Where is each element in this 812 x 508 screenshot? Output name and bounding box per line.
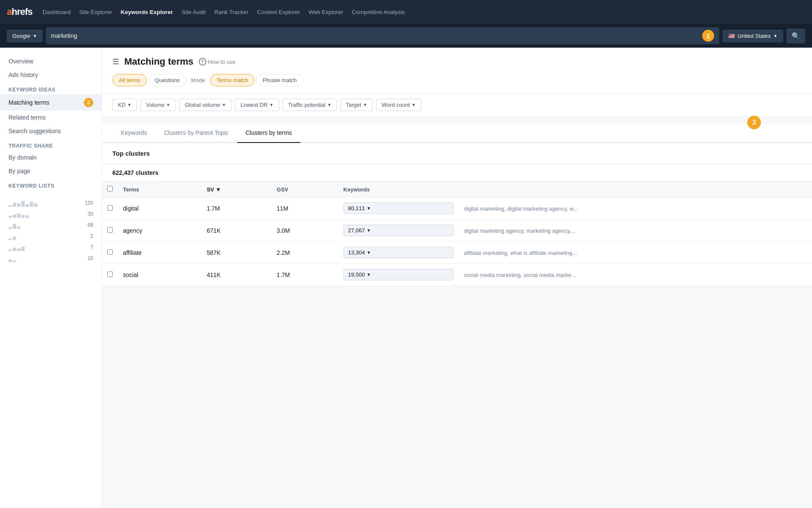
- engine-label: Google: [12, 33, 30, 39]
- bar: [9, 249, 12, 251]
- nav-keywords-explorer[interactable]: Keywords Explorer: [120, 9, 173, 15]
- country-select[interactable]: 🇺🇸 United States ▼: [723, 30, 783, 42]
- kl-bars: [9, 210, 29, 218]
- row-keywords-preview: affiliate marketing, what is affiliate m…: [459, 242, 812, 264]
- filter-lowest-dr[interactable]: Lowest DR ▼: [235, 99, 279, 111]
- tab-clusters-parent[interactable]: Clusters by Parent Topic: [155, 123, 237, 143]
- nav-content-explorer[interactable]: Content Explorer: [257, 9, 300, 15]
- list-item[interactable]: 10: [9, 253, 93, 264]
- bar: [26, 204, 29, 207]
- tab-terms-match[interactable]: Terms match: [210, 74, 254, 86]
- sidebar-item-related-terms[interactable]: Related terms: [0, 111, 102, 124]
- list-item[interactable]: 2: [9, 231, 93, 242]
- keywords-dropdown[interactable]: 27,067 ▼: [343, 225, 454, 236]
- sv-sort-icon: ▼: [216, 186, 221, 193]
- row-keywords-preview: digital marketing agency, marketing agen…: [459, 220, 812, 242]
- nav-dashboard[interactable]: Dashboard: [43, 9, 71, 15]
- filter-kd-caret-icon: ▼: [127, 103, 132, 107]
- nav-links: Dashboard Site Explorer Keywords Explore…: [43, 9, 405, 15]
- row-keywords-preview: social media marketing, social media mar…: [459, 264, 812, 286]
- filter-global-volume[interactable]: Global volume ▼: [179, 99, 232, 111]
- logo[interactable]: ahrefs: [7, 6, 32, 17]
- row-term: agency: [118, 220, 202, 242]
- keywords-dropdown[interactable]: 13,304 ▼: [343, 247, 454, 258]
- row-gsv: 2.2M: [272, 242, 338, 264]
- kl-count: 10: [88, 255, 93, 261]
- tab-keywords[interactable]: Keywords: [112, 123, 155, 143]
- nav-site-audit[interactable]: Site Audit: [181, 9, 206, 15]
- bar: [13, 237, 16, 240]
- filter-kd[interactable]: KD ▼: [112, 99, 137, 111]
- sidebar-item-by-domain[interactable]: By domain: [0, 151, 102, 164]
- sidebar-section-keyword-ideas: Keyword ideas: [0, 82, 102, 94]
- tab-all-terms[interactable]: All terms: [112, 74, 147, 86]
- row-keywords-preview: digital marketing, digital marketing age…: [459, 197, 812, 220]
- filter-traffic-potential-caret-icon: ▼: [327, 103, 332, 107]
- filter-word-count[interactable]: Word count ▼: [376, 99, 421, 111]
- row-checkbox[interactable]: [107, 227, 113, 233]
- search-button[interactable]: 🔍: [786, 29, 805, 43]
- bar: [21, 215, 25, 218]
- filter-traffic-potential[interactable]: Traffic potential ▼: [283, 99, 337, 111]
- filter-volume-caret-icon: ▼: [166, 103, 170, 107]
- list-item[interactable]: 69: [9, 220, 93, 231]
- th-gsv: GSV: [272, 182, 338, 197]
- country-label: United States: [738, 33, 771, 39]
- list-item[interactable]: 30: [9, 208, 93, 220]
- row-checkbox-cell: [102, 197, 118, 220]
- bar: [17, 248, 20, 251]
- tab-phrase-match[interactable]: Phrase match: [256, 74, 303, 86]
- filter-global-volume-caret-icon: ▼: [222, 103, 226, 107]
- bar: [17, 226, 20, 229]
- nav-rank-tracker[interactable]: Rank Tracker: [214, 9, 248, 15]
- nav-web-explorer[interactable]: Web Explorer: [309, 9, 343, 15]
- search-bar: Google ▼ 1 🇺🇸 United States ▼ 🔍: [0, 24, 812, 48]
- filter-target[interactable]: Target ▼: [340, 99, 373, 111]
- th-sv[interactable]: SV ▼: [202, 182, 272, 197]
- row-checkbox[interactable]: [107, 271, 113, 277]
- clusters-count: 622,437 clusters: [102, 164, 812, 182]
- tab-clusters-terms[interactable]: Clusters by terms: [237, 123, 300, 143]
- keywords-dropdown[interactable]: 80,111 ▼: [343, 203, 454, 214]
- sidebar-item-overview[interactable]: Overview: [0, 54, 102, 68]
- sidebar-item-ads-history[interactable]: Ads history: [0, 68, 102, 82]
- engine-caret-icon: ▼: [33, 34, 37, 38]
- hamburger-icon[interactable]: ☰: [112, 57, 119, 66]
- nav-site-explorer[interactable]: Site Explorer: [79, 9, 112, 15]
- bar: [9, 238, 12, 240]
- filter-bar: KD ▼ Volume ▼ Global volume ▼ Lowest DR …: [102, 94, 812, 117]
- sidebar-item-search-suggestions[interactable]: Search suggestions: [0, 124, 102, 138]
- sidebar-item-by-page[interactable]: By page: [0, 164, 102, 178]
- bar: [26, 215, 29, 218]
- table-row: agency 671K 3.0M 27,067 ▼ digital market…: [102, 220, 812, 242]
- sidebar-section-keyword-lists: Keyword lists: [0, 178, 102, 191]
- row-term: digital: [118, 197, 202, 220]
- select-all-checkbox[interactable]: [107, 186, 113, 191]
- kl-count: 120: [85, 200, 93, 206]
- kl-bars: [9, 199, 37, 207]
- row-sv: 671K: [202, 220, 272, 242]
- engine-select[interactable]: Google ▼: [7, 30, 43, 42]
- bar: [13, 214, 16, 218]
- sidebar-item-matching-terms[interactable]: Matching terms 2: [0, 94, 102, 111]
- search-input[interactable]: [51, 32, 699, 39]
- keyword-lists: 120 30 69: [0, 191, 102, 267]
- sidebar: Overview Ads history Keyword ideas Match…: [0, 48, 102, 508]
- filter-volume[interactable]: Volume ▼: [140, 99, 176, 111]
- kl-bars: [9, 243, 25, 251]
- tab-questions[interactable]: Questions: [149, 74, 186, 86]
- kl-count: 7: [90, 244, 93, 250]
- keywords-dropdown[interactable]: 19,500 ▼: [343, 269, 454, 280]
- nav-competitive-analysis[interactable]: Competitive Analysis: [352, 9, 405, 15]
- row-term: affiliate: [118, 242, 202, 264]
- list-item[interactable]: 7: [9, 242, 93, 253]
- row-checkbox[interactable]: [107, 205, 113, 211]
- bar: [13, 224, 16, 229]
- kl-bars: [9, 221, 20, 229]
- how-to-use-label: How to use: [208, 59, 236, 65]
- row-term: social: [118, 264, 202, 286]
- list-item[interactable]: 120: [9, 197, 93, 208]
- row-checkbox[interactable]: [107, 249, 113, 255]
- row-gsv: 1.7M: [272, 264, 338, 286]
- how-to-use-link[interactable]: ? How to use: [199, 58, 236, 66]
